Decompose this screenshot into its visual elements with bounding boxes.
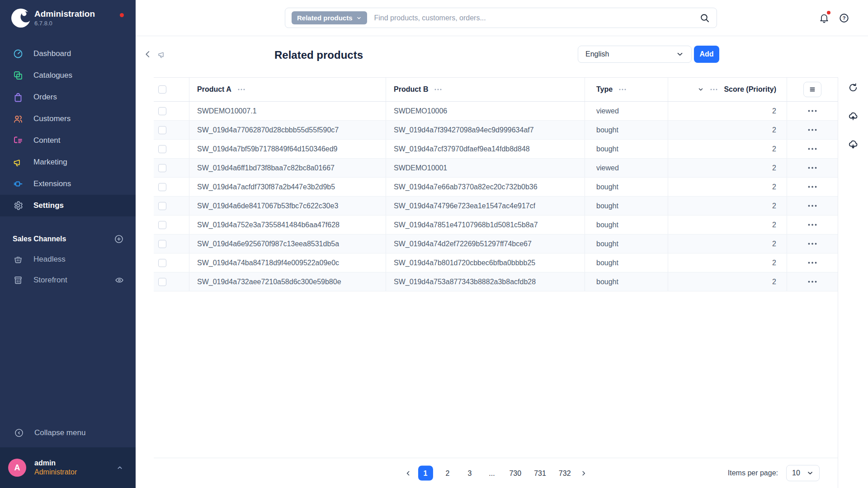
column-settings-button[interactable] (803, 82, 821, 97)
row-checkbox[interactable] (158, 107, 166, 115)
related-products-grid: Product A Product B Type Score (P (154, 77, 838, 291)
user-role: Administrator (34, 468, 77, 477)
items-per-page-select[interactable]: 10 (786, 465, 820, 481)
sort-descending-icon[interactable] (698, 86, 704, 93)
score-cell: 2 (772, 221, 776, 229)
search-input[interactable] (374, 14, 692, 22)
notifications-bell-icon[interactable] (819, 13, 830, 23)
type-cell: viewed (596, 107, 619, 115)
row-checkbox[interactable] (158, 202, 166, 210)
chevron-up-icon (116, 464, 124, 472)
row-checkbox[interactable] (158, 221, 166, 229)
language-value: English (585, 50, 609, 58)
language-select[interactable]: English (578, 46, 692, 63)
table-row[interactable]: SW_019d4a6e925670f987c13eea8531db5a SW_0… (154, 235, 838, 253)
sidebar-item-extensions[interactable]: Extensions (0, 173, 136, 195)
page-button-731[interactable]: 731 (531, 466, 549, 481)
search-scope-tag[interactable]: Related products (292, 11, 367, 24)
row-context-menu-icon[interactable] (808, 262, 817, 264)
back-chevron-icon[interactable] (143, 49, 153, 59)
row-context-menu-icon[interactable] (808, 148, 817, 150)
page-button-730[interactable]: 730 (506, 466, 524, 481)
storefront-preview-eye-icon[interactable] (115, 276, 124, 285)
product-a-cell: SW_019d4a752e3a7355841484b6aa47f628 (197, 221, 340, 229)
pagination: 123...730731732 (402, 466, 589, 481)
refresh-icon[interactable] (848, 82, 859, 93)
collapse-menu-button[interactable]: Collapse menu (0, 423, 136, 443)
row-checkbox[interactable] (158, 145, 166, 153)
product-a-cell: SW_019d4a7acfdf730f87a2b447e3b2d9b5 (197, 183, 335, 191)
next-page-button[interactable] (578, 468, 589, 479)
row-checkbox[interactable] (158, 164, 166, 172)
user-menu[interactable]: A admin Administrator (0, 447, 136, 488)
row-checkbox[interactable] (158, 240, 166, 248)
help-icon[interactable]: ? (839, 13, 849, 23)
sidebar-item-marketing[interactable]: Marketing (0, 151, 136, 173)
row-context-menu-icon[interactable] (808, 243, 817, 245)
column-options-icon[interactable] (434, 89, 442, 90)
table-row[interactable]: SW_019d4a732aee7210a58d6c300e59b80e SW_0… (154, 272, 838, 291)
page-button-1[interactable]: 1 (418, 466, 433, 481)
dashboard-icon (13, 48, 24, 59)
search-icon[interactable] (699, 13, 710, 23)
page-button-732[interactable]: 732 (556, 466, 574, 481)
avatar: A (8, 459, 26, 477)
sidebar-item-orders[interactable]: Orders (0, 86, 136, 108)
sidebar-item-storefront[interactable]: Storefront (0, 270, 136, 291)
column-options-icon[interactable] (710, 89, 717, 90)
row-checkbox[interactable] (158, 278, 166, 286)
side-action-rail (838, 82, 868, 150)
sidebar-item-dashboard[interactable]: Dashboard (0, 43, 136, 65)
sidebar-item-label: Marketing (33, 158, 67, 167)
collapse-circle-icon (14, 427, 24, 438)
main-nav: Dashboard Catalogues Orders Customers (0, 43, 136, 216)
score-cell: 2 (772, 240, 776, 248)
row-context-menu-icon[interactable] (808, 224, 817, 226)
sidebar-item-settings[interactable]: Settings (0, 195, 136, 216)
row-context-menu-icon[interactable] (808, 110, 817, 112)
sidebar-item-label: Customers (33, 114, 71, 123)
row-context-menu-icon[interactable] (808, 186, 817, 188)
column-options-icon[interactable] (619, 89, 626, 90)
cloud-download-icon[interactable] (848, 139, 859, 150)
row-context-menu-icon[interactable] (808, 205, 817, 207)
table-row[interactable]: SW_019d4a6de8417067b53fbc7c622c30e3 SW_0… (154, 197, 838, 216)
table-row[interactable]: SW_019d4a7acfdf730f87a2b447e3b2d9b5 SW_0… (154, 178, 838, 197)
row-context-menu-icon[interactable] (808, 281, 817, 283)
global-search[interactable]: Related products (285, 8, 717, 28)
add-sales-channel-icon[interactable] (114, 234, 124, 244)
row-context-menu-icon[interactable] (808, 129, 817, 131)
score-cell: 2 (772, 126, 776, 134)
table-row[interactable]: SWDEMO10007.1 SWDEMO10006 viewed 2 (154, 102, 838, 121)
table-row[interactable]: SW_019d4a7bf59b7178849f64d150346ed9 SW_0… (154, 140, 838, 159)
sidebar-item-label: Settings (33, 201, 64, 210)
product-a-cell: SW_019d4a7bf59b7178849f64d150346ed9 (197, 145, 338, 153)
add-button[interactable]: Add (694, 46, 719, 63)
row-checkbox[interactable] (158, 259, 166, 267)
sidebar-item-catalogues[interactable]: Catalogues (0, 65, 136, 86)
score-cell: 2 (772, 202, 776, 210)
svg-text:?: ? (843, 15, 846, 21)
row-context-menu-icon[interactable] (808, 167, 817, 169)
sidebar-item-headless[interactable]: Headless (0, 249, 136, 270)
sidebar-item-content[interactable]: Content (0, 130, 136, 151)
score-cell: 2 (772, 164, 776, 172)
table-body: SWDEMO10007.1 SWDEMO10006 viewed 2 SW_01… (154, 102, 838, 291)
announcement-icon[interactable] (157, 50, 167, 59)
row-checkbox[interactable] (158, 126, 166, 134)
cloud-upload-icon[interactable] (848, 111, 859, 122)
product-a-cell: SW_019d4a6de8417067b53fbc7c622c30e3 (197, 202, 338, 210)
table-row[interactable]: SW_019d4a6ff1bd73f8baa7c82bc8a01667 SWDE… (154, 159, 838, 178)
type-cell: bought (596, 145, 618, 153)
page-button-3[interactable]: 3 (462, 466, 477, 481)
page-button-2[interactable]: 2 (440, 466, 455, 481)
column-options-icon[interactable] (238, 89, 245, 90)
previous-page-button[interactable] (402, 468, 413, 479)
select-all-checkbox[interactable] (158, 85, 166, 94)
table-row[interactable]: SW_019d4a77062870d28cbbb55d55f590c7 SW_0… (154, 121, 838, 140)
table-row[interactable]: SW_019d4a74ba84718d9f4e009522a09e0c SW_0… (154, 253, 838, 272)
row-checkbox[interactable] (158, 183, 166, 191)
sidebar-item-customers[interactable]: Customers (0, 108, 136, 130)
column-header-score: Score (Priority) (724, 85, 776, 94)
table-row[interactable]: SW_019d4a752e3a7355841484b6aa47f628 SW_0… (154, 216, 838, 235)
